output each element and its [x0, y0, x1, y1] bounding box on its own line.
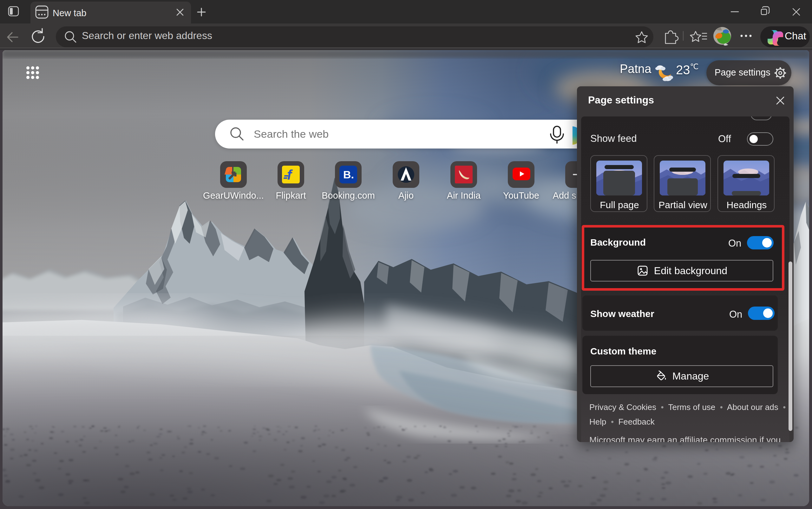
svg-text:B.: B.: [343, 169, 354, 180]
